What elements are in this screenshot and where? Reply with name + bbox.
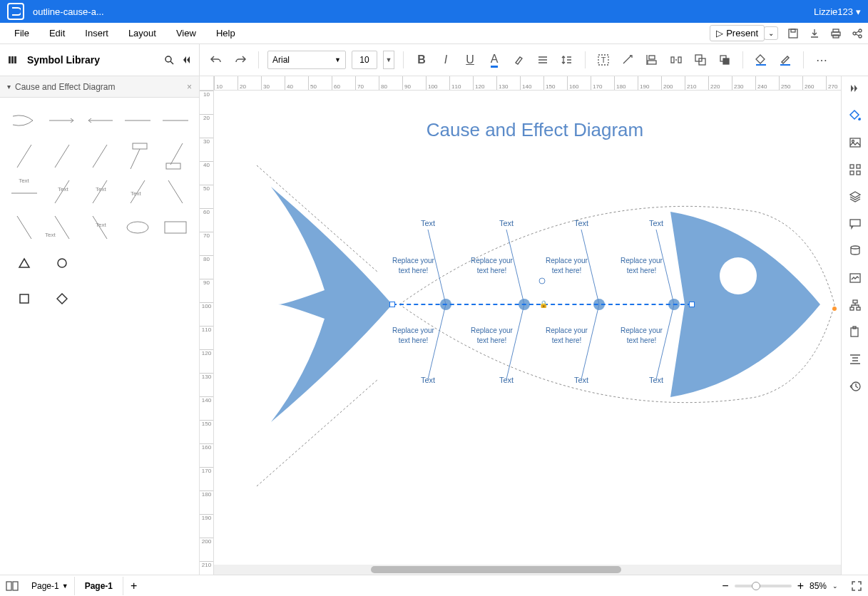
menu-insert[interactable]: Insert — [75, 24, 118, 43]
bottom-bone-text[interactable]: Replace your text here! — [390, 326, 436, 346]
zoom-caret[interactable]: ⌄ — [832, 582, 838, 590]
pages-list-icon[interactable] — [6, 581, 19, 591]
text-tool-button[interactable]: T — [594, 51, 613, 69]
fill-panel-icon[interactable] — [847, 108, 863, 123]
layers-panel-icon[interactable] — [847, 189, 863, 205]
more-button[interactable]: ⋯ — [812, 51, 831, 69]
shape-line[interactable] — [121, 105, 154, 136]
shape-diag5[interactable] — [7, 212, 41, 243]
line-color-button[interactable] — [776, 51, 795, 69]
present-button[interactable]: ▷Present — [710, 25, 765, 41]
shape-triangle[interactable] — [7, 247, 41, 279]
align-button[interactable] — [533, 51, 552, 69]
top-bone-text[interactable]: Replace your text here! — [469, 256, 515, 276]
add-page-button[interactable]: + — [123, 580, 144, 592]
redo-button[interactable] — [231, 51, 250, 69]
underline-button[interactable]: U — [461, 51, 479, 69]
shape-square[interactable] — [7, 283, 41, 314]
collapse-right-panel-icon[interactable] — [847, 81, 863, 96]
top-bone-label[interactable]: Text — [407, 219, 449, 227]
top-bone-text[interactable]: Replace your text here! — [543, 256, 590, 276]
fill-color-button[interactable] — [752, 51, 770, 69]
shape-text-line1[interactable]: Text — [7, 176, 41, 207]
diagram-page[interactable]: Cause and Effect Diagram — [214, 91, 841, 575]
group-button[interactable] — [691, 51, 710, 69]
zoom-value[interactable]: 85% — [810, 581, 827, 591]
bottom-bone-text[interactable]: Replace your text here! — [543, 326, 590, 346]
media-panel-icon[interactable] — [847, 270, 863, 286]
category-header[interactable]: ▾ Cause and Effect Diagram × — [0, 76, 199, 98]
collapse-sidebar-icon[interactable] — [180, 54, 192, 66]
top-bone-label[interactable]: Text — [485, 219, 528, 227]
fullscreen-icon[interactable] — [851, 580, 862, 592]
bottom-bone-label[interactable]: Text — [635, 376, 678, 384]
font-size-caret[interactable]: ▼ — [383, 51, 394, 69]
shape-diag4[interactable] — [158, 176, 192, 207]
zoom-out-button[interactable]: − — [722, 580, 728, 592]
user-menu[interactable]: Lizzie123▾ — [814, 6, 861, 17]
search-icon[interactable] — [163, 54, 175, 66]
arrange-button[interactable] — [715, 51, 734, 69]
spacing-panel-icon[interactable] — [847, 351, 863, 367]
shape-diag3[interactable] — [83, 140, 116, 172]
shape-rect[interactable] — [158, 212, 192, 243]
distribute-button[interactable] — [667, 51, 685, 69]
shape-text-diag5[interactable]: Text — [83, 212, 116, 243]
page-dropdown[interactable]: Page-1▼ — [26, 578, 74, 594]
share-icon[interactable] — [851, 27, 864, 40]
top-bone-label[interactable]: Text — [635, 219, 678, 227]
comments-panel-icon[interactable] — [847, 216, 863, 232]
menu-file[interactable]: File — [4, 24, 39, 43]
menu-edit[interactable]: Edit — [39, 24, 75, 43]
save-icon[interactable] — [787, 27, 800, 40]
menu-layout[interactable]: Layout — [118, 24, 166, 43]
print-icon[interactable] — [829, 27, 842, 40]
shape-text-diag2[interactable]: Text — [83, 176, 116, 207]
document-title[interactable]: outline-cause-a... — [33, 6, 104, 17]
shape-circle[interactable] — [45, 247, 78, 279]
zoom-slider[interactable] — [735, 585, 792, 587]
present-dropdown[interactable]: ⌄ — [764, 26, 778, 40]
selection-handle-right[interactable] — [689, 302, 695, 307]
line-spacing-button[interactable] — [558, 51, 576, 69]
font-size-select[interactable]: 10 — [352, 51, 377, 69]
shape-text-diag1[interactable]: Text — [45, 176, 78, 207]
image-panel-icon[interactable] — [847, 135, 863, 150]
horizontal-scrollbar[interactable] — [214, 565, 841, 575]
canvas[interactable]: Cause and Effect Diagram — [214, 91, 841, 575]
page-tab-1[interactable]: Page-1 — [74, 577, 123, 595]
clipboard-panel-icon[interactable] — [847, 324, 863, 340]
shape-text-diag3[interactable]: Text — [121, 176, 154, 207]
top-bone-label[interactable]: Text — [560, 219, 603, 227]
shape-box-diag1[interactable] — [121, 140, 154, 172]
top-bone-text[interactable]: Replace your text here! — [618, 256, 665, 276]
grid-panel-icon[interactable] — [847, 162, 863, 178]
menu-help[interactable]: Help — [206, 24, 245, 43]
top-bone-text[interactable]: Replace your text here! — [390, 256, 436, 276]
shape-spine-right[interactable] — [45, 105, 78, 136]
bottom-bone-text[interactable]: Replace your text here! — [469, 326, 515, 346]
bottom-bone-label[interactable]: Text — [485, 376, 528, 384]
data-panel-icon[interactable] — [847, 243, 863, 259]
shape-text-diag4[interactable]: Text — [45, 212, 78, 243]
shape-line2[interactable] — [158, 105, 192, 136]
font-color-button[interactable]: A — [485, 51, 504, 69]
bottom-bone-label[interactable]: Text — [407, 376, 449, 384]
tree-panel-icon[interactable] — [847, 297, 863, 313]
italic-button[interactable]: I — [436, 51, 455, 69]
bottom-bone-label[interactable]: Text — [560, 376, 603, 384]
align-objects-button[interactable] — [643, 51, 661, 69]
shape-diamond[interactable] — [45, 283, 78, 314]
zoom-in-button[interactable]: + — [797, 580, 804, 592]
undo-button[interactable] — [207, 51, 225, 69]
connector-button[interactable] — [618, 51, 637, 69]
app-logo-icon[interactable] — [7, 3, 24, 20]
close-category-icon[interactable]: × — [187, 82, 192, 92]
selection-handle-left[interactable] — [389, 302, 395, 307]
history-panel-icon[interactable] — [847, 379, 863, 394]
ruler-horizontal[interactable]: 1020304050607080901001101201301401501601… — [214, 76, 841, 91]
shape-ellipse[interactable] — [121, 212, 154, 243]
shape-fishhead[interactable] — [7, 105, 41, 136]
export-icon[interactable] — [808, 27, 821, 40]
menu-view[interactable]: View — [166, 24, 206, 43]
